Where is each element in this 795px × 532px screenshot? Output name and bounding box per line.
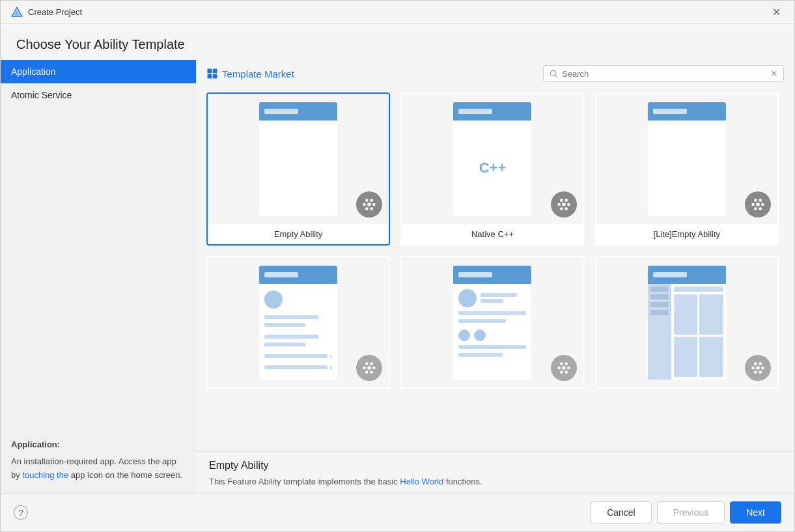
list-line3 (264, 335, 318, 339)
card-label-cpp: Native C++ (466, 224, 519, 244)
svg-line-7 (555, 76, 557, 77)
svg-point-14 (370, 207, 374, 210)
title-bar-left: Create Project (11, 7, 82, 18)
svg-point-37 (557, 367, 561, 370)
svg-point-20 (560, 207, 563, 210)
card-icon-master (745, 355, 771, 381)
svg-point-28 (759, 207, 762, 210)
svg-point-46 (754, 362, 757, 365)
detail-search-bar (674, 287, 723, 292)
svg-point-30 (363, 367, 367, 370)
phone-mockup-empty (259, 102, 337, 216)
detail-card3 (674, 337, 698, 377)
card-icon-detail (551, 355, 577, 381)
title-bar: Create Project ✕ (1, 1, 794, 24)
cancel-button[interactable]: Cancel (591, 501, 652, 524)
ability-icon-lite (751, 197, 765, 212)
desc-text-suffix: functions. (443, 477, 482, 486)
phone-header-bar-lite (653, 109, 687, 114)
phone-header-bar (264, 109, 298, 114)
search-icon (549, 69, 558, 78)
phone-header-bar-detail (458, 272, 492, 277)
desc-highlight: Hello World (400, 477, 443, 486)
template-card-empty-ability[interactable]: Empty Ability (206, 92, 390, 245)
content-area: Application Atomic Service Application: … (1, 60, 794, 493)
svg-point-40 (565, 362, 568, 365)
template-card-master-detail[interactable] (595, 256, 779, 389)
arrow-icon: › (330, 353, 332, 360)
dialog-title: Create Project (28, 7, 82, 17)
svg-point-24 (761, 203, 764, 206)
master-item4 (650, 310, 669, 315)
description-text2: app icon on the home screen. (68, 470, 182, 480)
svg-point-25 (754, 199, 757, 202)
svg-point-26 (759, 199, 762, 202)
sidebar: Application Atomic Service Application: … (1, 60, 196, 493)
phone-header-detail (453, 266, 531, 284)
phone-header-bar-master (653, 272, 687, 277)
svg-point-9 (363, 203, 367, 206)
svg-point-43 (756, 366, 760, 370)
phone-mockup-cpp: C++ (453, 102, 531, 216)
list-line4 (264, 343, 305, 346)
detail-card2 (699, 294, 723, 335)
templates-grid: Empty Ability C++ (206, 92, 784, 389)
ability-icon (362, 197, 376, 212)
search-clear-icon[interactable]: ✕ (770, 68, 778, 79)
template-card-native-cpp[interactable]: C++ (400, 92, 584, 245)
detail-desc3 (458, 345, 526, 349)
close-button[interactable]: ✕ (768, 5, 784, 20)
detail-card1 (674, 294, 698, 335)
master-detail-layout (648, 284, 726, 380)
create-project-dialog: Create Project ✕ Choose Your Ability Tem… (0, 0, 795, 532)
sidebar-item-application[interactable]: Application (1, 60, 196, 83)
card-preview-lite (596, 94, 777, 224)
main-heading: Choose Your Ability Template (1, 24, 794, 60)
card-preview-list: › › (208, 257, 389, 387)
detail-line1 (481, 293, 517, 297)
template-card-lite-empty[interactable]: [Lite]Empty Ability (595, 92, 779, 245)
desc-text: This Feature Ability template implements… (209, 475, 781, 488)
svg-rect-3 (213, 69, 217, 74)
phone-header-master (648, 266, 726, 284)
svg-point-39 (560, 362, 563, 365)
phone-header (259, 102, 337, 120)
description-label: Application: (11, 438, 186, 452)
detail-card4 (699, 337, 723, 377)
search-box: ✕ (543, 65, 784, 82)
next-button[interactable]: Next (730, 501, 781, 524)
svg-point-21 (565, 207, 568, 210)
previous-button[interactable]: Previous (657, 501, 725, 524)
phone-body-master (648, 284, 726, 380)
detail-desc2 (458, 319, 506, 323)
template-market-button[interactable]: Template Market (206, 68, 294, 79)
template-card-detail-list[interactable] (400, 256, 584, 389)
svg-point-36 (562, 366, 566, 370)
svg-point-17 (567, 203, 570, 206)
detail-cards-grid (674, 294, 723, 377)
card-icon-lite (745, 191, 771, 217)
master-sidebar (648, 284, 671, 380)
card-preview-master (596, 257, 777, 387)
detail-avatar (458, 289, 477, 307)
detail-desc1 (458, 311, 526, 315)
detail-header-row (458, 289, 526, 307)
template-market-label: Template Market (222, 68, 294, 79)
help-button[interactable]: ? (14, 505, 28, 520)
template-card-list[interactable]: › › (206, 256, 390, 389)
svg-rect-2 (208, 69, 212, 74)
svg-rect-5 (213, 74, 217, 79)
card-icon-empty (356, 191, 382, 217)
svg-point-32 (365, 362, 369, 365)
phone-mockup-list: › › (259, 266, 337, 380)
list-avatar (264, 290, 283, 309)
detail-area (671, 284, 726, 380)
card-preview-cpp: C++ (402, 94, 583, 224)
app-logo-icon (11, 7, 23, 18)
svg-point-10 (372, 203, 376, 206)
search-input[interactable] (562, 69, 766, 79)
svg-point-22 (756, 203, 760, 206)
sidebar-item-atomic-service[interactable]: Atomic Service (1, 83, 196, 107)
list-row-arrow: › (264, 353, 332, 360)
svg-point-12 (370, 199, 374, 202)
